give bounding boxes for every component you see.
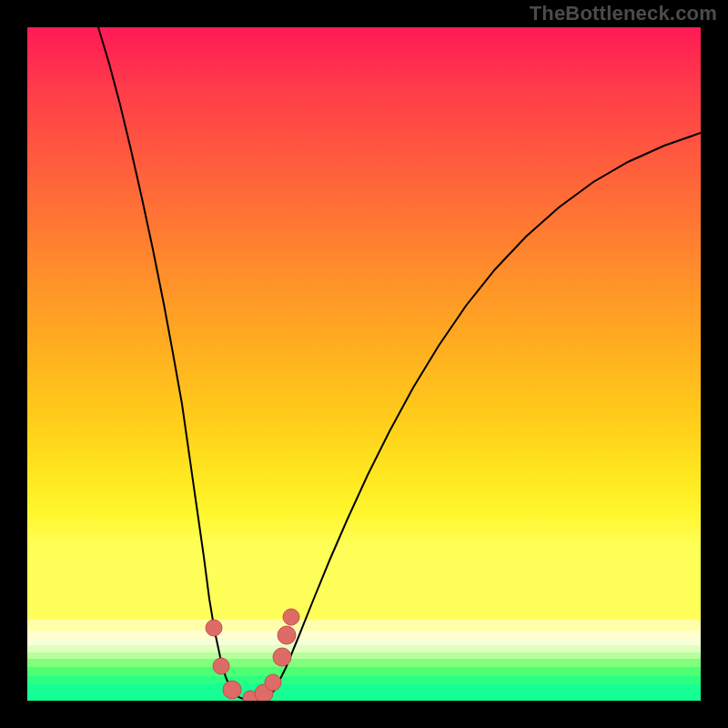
marker-dot <box>273 648 291 666</box>
marker-dot <box>265 674 281 691</box>
marker-dot <box>283 609 299 625</box>
chart-frame: TheBottleneck.com <box>0 0 728 728</box>
watermark-label: TheBottleneck.com <box>530 2 717 25</box>
plot-area <box>27 27 701 701</box>
marker-dot <box>206 620 222 636</box>
marker-dot <box>278 626 296 644</box>
marker-dot <box>213 658 229 674</box>
markers-layer <box>27 27 701 701</box>
marker-dot <box>223 681 241 699</box>
markers-group <box>206 609 299 701</box>
